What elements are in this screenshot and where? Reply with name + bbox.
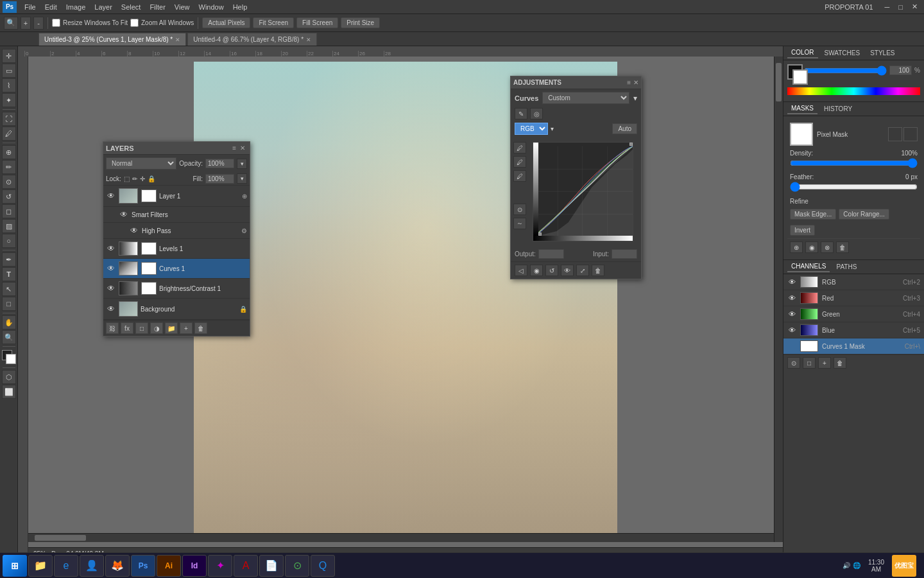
layers-blend-mode[interactable]: Normal [106,157,176,170]
mask-visibility-icon[interactable]: ◉ [805,241,818,253]
channel-new-icon[interactable]: + [818,357,831,369]
taskbar-logo-button[interactable]: 优图宝 [892,555,916,577]
zoom-all-checkbox[interactable] [130,19,139,27]
layer-row-layer1[interactable]: 👁 Layer 1 ⊕ [103,186,250,207]
fill-arrow[interactable]: ▾ [237,173,247,184]
taskbar-ai-button[interactable]: Ai [157,555,181,577]
menu-select[interactable]: Select [117,2,145,12]
zoom-tool[interactable]: 🔍 [2,330,16,344]
taskbar-files-button[interactable]: 📁 [28,555,53,577]
marquee-tool[interactable]: ▭ [2,64,16,78]
shape-tool[interactable]: □ [2,297,16,311]
clone-tool[interactable]: ⊙ [2,175,16,189]
adj-channel-arrow[interactable]: ▾ [551,125,554,132]
tab-untitled3[interactable]: Untitled-3 @ 25% (Curves 1, Layer Mask/8… [38,33,186,46]
tab-untitled4-close[interactable]: ✕ [306,37,311,43]
zoom-in-icon[interactable]: + [21,17,31,30]
menu-edit[interactable]: Edit [41,2,61,12]
menu-filter[interactable]: Filter [146,2,169,12]
curves-point-tr[interactable] [629,143,633,146]
menu-image[interactable]: Image [62,2,90,12]
taskbar-ie-button[interactable]: e [54,555,78,577]
menu-view[interactable]: View [171,2,194,12]
channel-vis-curves-mask[interactable] [787,342,796,351]
layers-panel-close[interactable]: ✕ [238,144,247,152]
adj-panel-ctrl[interactable]: ≡ [627,79,631,86]
adj-output-input[interactable] [538,249,564,259]
fit-screen-button[interactable]: Fit Screen [253,17,294,28]
taskbar-chrome-button[interactable]: ⊙ [285,555,309,577]
eraser-tool[interactable]: ◻ [2,204,16,218]
pen-tool[interactable]: ✒ [2,252,16,267]
opacity-arrow[interactable]: ▾ [237,159,247,169]
adj-visibility-icon[interactable]: 👁 [561,265,574,276]
adj-delete-icon[interactable]: 🗑 [592,265,604,276]
high-pass-settings-icon[interactable]: ⚙ [241,227,247,234]
channel-row-rgb[interactable]: 👁 RGB Ctrl+2 [783,274,924,290]
scroll-thumb-h[interactable] [35,535,86,541]
color-range-button[interactable]: Color Range... [839,209,889,220]
layer-vis-high-pass[interactable]: 👁 [129,225,139,236]
layer-vis-background[interactable]: 👁 [106,304,116,314]
channel-vis-green[interactable]: 👁 [787,310,796,319]
taskbar-user-button[interactable]: 👤 [80,555,104,577]
adj-pencil-icon[interactable]: ✎ [515,108,527,119]
layer-row-bc1[interactable]: 👁 Brightness/Contrast 1 [103,279,250,299]
adj-back-icon[interactable]: ◁ [515,265,527,276]
maximize-button[interactable]: □ [894,2,907,12]
channel-save-icon[interactable]: □ [803,357,816,369]
channel-row-green[interactable]: 👁 Green Ctrl+4 [783,306,924,322]
lock-transparent-icon[interactable]: ⬚ [124,175,130,182]
taskbar-id-button[interactable]: Id [182,555,207,577]
zoom-out-icon[interactable]: - [33,17,44,30]
layer-row-levels1[interactable]: 👁 Levels 1 [103,239,250,259]
layer-vis-layer1[interactable]: 👁 [106,191,116,201]
tab-untitled3-close[interactable]: ✕ [175,37,180,43]
channel-vis-red[interactable]: 👁 [787,293,796,302]
type-tool[interactable]: T [2,267,16,281]
pixel-mask-thumbnail[interactable] [790,123,813,146]
adj-eyedropper-gray-icon[interactable]: 🖊 [513,156,526,168]
layer-new-button[interactable]: + [180,322,193,334]
crop-tool[interactable]: ⛶ [2,112,16,126]
magic-wand-tool[interactable]: ✦ [2,93,16,107]
menu-layer[interactable]: Layer [90,2,116,12]
layer-adj-button[interactable]: ◑ [150,322,163,334]
minimize-button[interactable]: ─ [881,2,894,12]
screen-mode-tool[interactable]: ⬜ [2,385,16,399]
history-tab[interactable]: HISTORY [820,104,856,114]
mask-delete-icon[interactable]: 🗑 [836,241,849,253]
scrollbar-vertical[interactable] [774,57,783,542]
layer-delete-button[interactable]: 🗑 [194,322,207,334]
curves-point-bl[interactable] [538,232,542,236]
adj-sample-icon[interactable]: ⊙ [513,204,526,215]
channels-tab[interactable]: CHANNELS [787,261,830,272]
close-button[interactable]: ✕ [908,1,921,12]
hand-tool[interactable]: ✋ [2,315,16,329]
lasso-tool[interactable]: ⌇ [2,78,16,92]
adj-panel-close[interactable]: ✕ [633,79,638,86]
fill-screen-button[interactable]: Fill Screen [296,17,338,28]
eyedropper-tool[interactable]: 🖊 [2,127,16,141]
start-button[interactable]: ⊞ [3,555,27,577]
swatches-tab[interactable]: SWATCHES [821,48,864,58]
layer-row-curves1[interactable]: 👁 Curves 1 [103,259,250,279]
channel-vis-rgb[interactable]: 👁 [787,277,796,286]
styles-tab[interactable]: STYLES [866,48,898,58]
layer-vis-smart[interactable]: 👁 [119,209,129,220]
taskbar-firefox-button[interactable]: 🦊 [105,555,130,577]
layer-row-background[interactable]: 👁 Background 🔒 [103,299,250,320]
adj-channel-select[interactable]: RGB [515,123,548,135]
channel-row-curves-mask[interactable]: Curves 1 Mask Ctrl+\ [783,338,924,355]
brush-tool[interactable]: ✏ [2,160,16,174]
tab-untitled4[interactable]: Untitled-4 @ 66.7% (Layer 4, RGB/8) * ✕ [187,33,317,46]
adj-preset-select[interactable]: Custom [542,92,629,104]
taskbar-qq-button[interactable]: Q [311,555,335,577]
mask-edge-button[interactable]: Mask Edge... [790,209,836,220]
density-slider[interactable] [790,158,918,168]
masks-tab[interactable]: MASKS [787,103,817,114]
layers-panel-ctrl-1[interactable]: ≡ [230,144,238,152]
mask-filter-icon[interactable]: ⊕ [790,241,803,253]
adj-expand-icon[interactable]: ⤢ [576,265,589,276]
zoom-tool-icon[interactable]: 🔍 [4,17,18,30]
